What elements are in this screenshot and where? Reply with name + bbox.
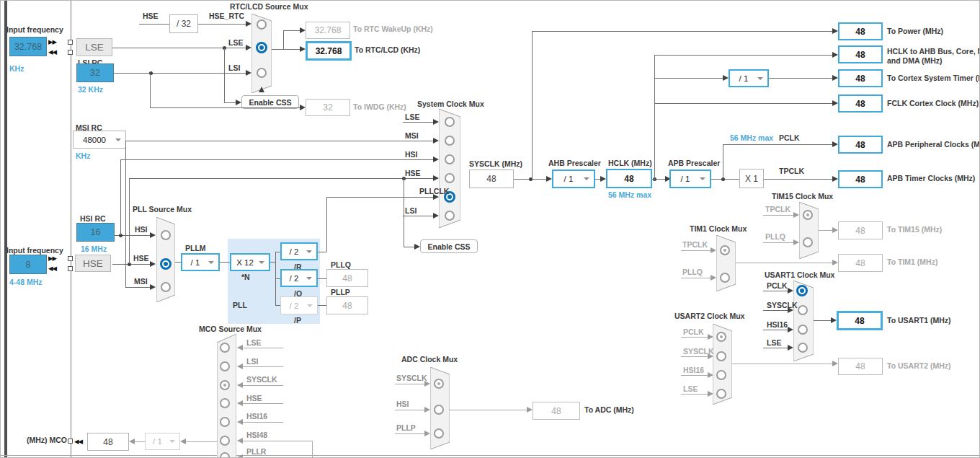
cortex-prescaler-dropdown[interactable]: / 1 — [729, 69, 769, 87]
apb-timer-value-box[interactable]: 48 — [838, 170, 883, 188]
radio-mco-pllr[interactable] — [220, 452, 230, 458]
radio-tim15-tpclk-selected[interactable] — [803, 210, 813, 220]
wire — [681, 394, 708, 395]
lsi-sub-label: 32 KHz — [78, 85, 103, 94]
radio-adc-sysclk-selected[interactable] — [434, 379, 444, 389]
radio-tim1-pllq[interactable] — [720, 273, 730, 283]
hse-input-frequency-box[interactable]: 8 — [9, 255, 47, 274]
wire — [129, 178, 433, 179]
radio-lsi[interactable] — [257, 68, 267, 78]
mco-prescaler-value: / 1 — [146, 437, 169, 446]
arrowhead — [710, 247, 716, 253]
radio-adc-hsi[interactable] — [434, 405, 444, 415]
radio-usart2-pclk-selected[interactable] — [716, 332, 726, 342]
ahb-prescaler-dropdown[interactable]: / 1 — [552, 169, 595, 188]
sys-input-label: LSE — [405, 113, 419, 121]
fclk-value-box[interactable]: 48 — [838, 94, 883, 113]
rtc-lcd-value-box[interactable]: 32.768 — [306, 41, 352, 61]
rtc-wakeup-label: To RTC WakeUp (KHz) — [353, 25, 433, 33]
radio-lse-selected[interactable] — [256, 42, 267, 53]
wire — [654, 103, 832, 104]
hclk-ahb-value-box[interactable]: 48 — [838, 45, 883, 63]
radio-usart1-sysclk[interactable] — [798, 305, 808, 315]
radio-mco-hsi48[interactable] — [220, 436, 230, 446]
wire — [220, 262, 230, 263]
radio-usart2-lse[interactable] — [716, 389, 726, 399]
pll-multiplier-dropdown[interactable]: X 12 — [230, 253, 270, 271]
wire — [275, 278, 280, 279]
radio-adc-pllp[interactable] — [434, 428, 444, 439]
pll-divp-dropdown: / 2 — [280, 296, 318, 314]
pll-multiplier-value: X 12 — [231, 258, 259, 267]
double-arrow-left-icon: ◀◀ — [74, 439, 82, 444]
radio-mco-lse[interactable] — [220, 343, 230, 353]
apb-peripheral-label: APB Peripheral Clocks (MHz — [887, 140, 980, 149]
hclk-value-box[interactable]: 48 — [606, 169, 652, 188]
iwdg-label: To IWDG (KHz) — [353, 102, 406, 111]
sys-enable-css-button[interactable]: Enable CSS — [420, 239, 478, 253]
rtc-mux-title: RTC/LCD Source Mux — [230, 2, 308, 11]
to-power-value-box[interactable]: 48 — [838, 22, 883, 40]
pll-divr-dropdown[interactable]: / 2 — [280, 242, 318, 260]
usart1-input-label: LSE — [767, 338, 781, 347]
radio-pll-msi[interactable] — [161, 282, 171, 292]
arrowhead — [424, 431, 430, 436]
pllp-label: PLLP — [331, 288, 350, 296]
radio-sys-lse[interactable] — [445, 117, 455, 127]
radio-pll-hsi[interactable] — [161, 230, 171, 240]
usart2-input-label: HSI16 — [683, 366, 704, 374]
arrowhead — [788, 307, 793, 313]
radio-mco-sysclk-selected[interactable] — [220, 380, 230, 390]
arrowhead — [708, 391, 713, 397]
pll-divq-dropdown[interactable]: / 2 — [280, 269, 318, 287]
wire — [763, 310, 788, 311]
to-usart1-value-box[interactable]: 48 — [837, 311, 883, 330]
radio-mco-hsi16[interactable] — [220, 417, 230, 427]
lse-unit-label: KHz — [9, 64, 24, 73]
radio-tim1-tpclk-selected[interactable] — [720, 245, 730, 255]
ahb-prescaler-value: / 1 — [553, 175, 584, 183]
wire — [403, 122, 433, 123]
wire — [814, 320, 831, 321]
wire — [403, 216, 433, 216]
radio-sys-lsi[interactable] — [445, 211, 455, 221]
apb-timer-multiplier-box: X 1 — [739, 169, 764, 188]
hse-pin-in — [68, 266, 73, 271]
cortex-timer-value-box[interactable]: 48 — [838, 69, 883, 87]
radio-mco-lsi[interactable] — [220, 361, 230, 371]
radio-tim15-pllq[interactable] — [803, 237, 813, 247]
wire — [243, 403, 283, 404]
radio-usart2-sysclk[interactable] — [716, 351, 726, 361]
wire — [224, 102, 236, 103]
wire — [654, 78, 723, 79]
wire — [129, 178, 130, 264]
pllm-dropdown[interactable]: / 1 — [181, 253, 220, 271]
apb-peripheral-value-box[interactable]: 48 — [838, 136, 883, 154]
wire — [283, 49, 300, 50]
arrowhead — [424, 407, 430, 413]
tim1-mux-shape — [716, 235, 736, 291]
radio-usart1-lse[interactable] — [798, 343, 808, 353]
apb-prescaler-dropdown[interactable]: / 1 — [669, 169, 711, 188]
wire — [312, 441, 313, 458]
pllq-value-box: 48 — [326, 269, 368, 287]
radio-hse-rtc[interactable] — [257, 19, 267, 30]
radio-sys-hsi[interactable] — [445, 154, 455, 164]
system-mux-title: System Clock Mux — [417, 100, 484, 108]
radio-sys-msi[interactable] — [445, 136, 455, 146]
radio-mco-hse[interactable] — [220, 398, 230, 408]
radio-sys-hse[interactable] — [445, 173, 455, 183]
mco-mux-title: MCO Source Mux — [199, 325, 262, 333]
cortex-timer-label: To Cortex System Timer (MH — [887, 74, 980, 82]
radio-usart1-hsi16[interactable] — [798, 325, 808, 335]
msi-range-dropdown[interactable]: 48000 — [73, 131, 126, 149]
lse-input-frequency-box[interactable]: 32.768 — [9, 37, 47, 56]
wire — [243, 348, 283, 348]
tpclk-label: TPCLK — [779, 167, 804, 175]
wire — [120, 159, 433, 160]
radio-usart1-pclk-selected[interactable] — [796, 285, 808, 296]
radio-usart2-hsi16[interactable] — [716, 370, 726, 380]
radio-pll-hse-selected[interactable] — [160, 258, 172, 270]
wire — [763, 348, 788, 348]
arrowhead — [237, 454, 243, 458]
